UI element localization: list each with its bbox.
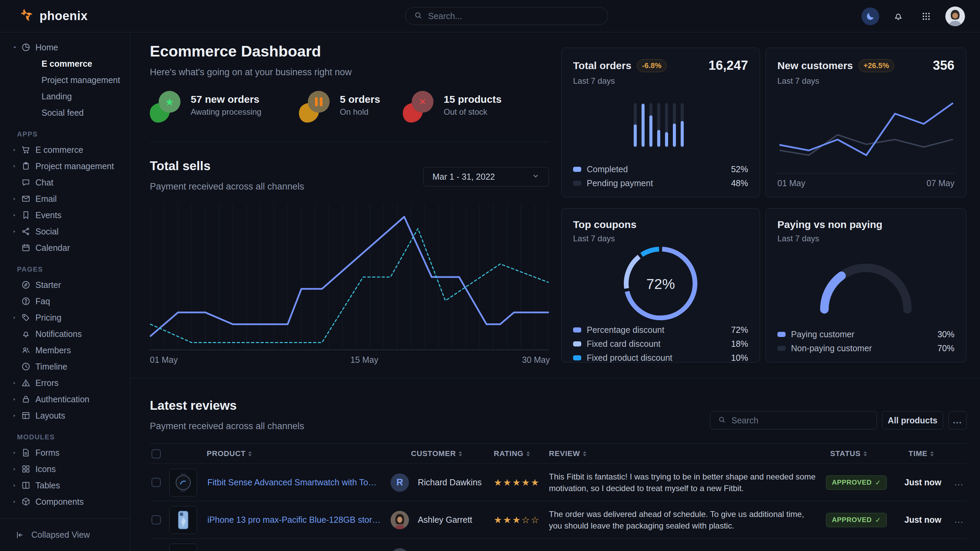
- sidebar-item-project-management[interactable]: Project management: [0, 158, 130, 174]
- sidebar-item-members[interactable]: Members: [0, 342, 130, 358]
- rating-stars: ★★★☆☆: [494, 514, 549, 526]
- star-icon: ★: [150, 91, 182, 123]
- all-products-button[interactable]: All products: [882, 411, 943, 429]
- x-axis-label: 01 May: [150, 355, 178, 365]
- sidebar-subitem-e-commerce[interactable]: E commerce: [0, 56, 130, 72]
- caret-right-icon: [12, 500, 21, 504]
- user-avatar[interactable]: [945, 6, 965, 26]
- product-link[interactable]: Fitbit Sense Advanced Smartwatch with To…: [207, 478, 381, 487]
- sidebar-item-timeline[interactable]: Timeline: [0, 358, 130, 375]
- coupons-donut-chart: 72%: [620, 243, 701, 325]
- column-header-customer[interactable]: CUSTOMER: [391, 449, 494, 458]
- caret-right-icon: [12, 467, 21, 472]
- column-header-rating[interactable]: RATING: [494, 449, 549, 458]
- sidebar-item-layouts[interactable]: Layouts: [0, 407, 130, 424]
- stat-15-products: ✕15 productsOut of stock: [403, 91, 501, 123]
- row-checkbox[interactable]: [151, 515, 161, 524]
- card-period: Last 7 days: [573, 234, 748, 243]
- column-label: TIME: [908, 449, 928, 458]
- sidebar-item-authentication[interactable]: Authentication: [0, 391, 130, 407]
- caret-right-icon: [12, 397, 21, 402]
- row-more-button[interactable]: ...: [948, 515, 966, 525]
- row-checkbox[interactable]: [151, 478, 161, 487]
- app-root: phoenix: [0, 0, 980, 551]
- sidebar-item-label: Icons: [35, 464, 56, 474]
- sidebar-item-pricing[interactable]: Pricing: [0, 310, 130, 326]
- sidebar-subitem-project-management[interactable]: Project management: [0, 72, 130, 88]
- review-time: Just now: [904, 515, 948, 525]
- main-content: Ecommerce Dashboard Here's what's going …: [130, 32, 980, 551]
- sidebar-item-errors[interactable]: Errors: [0, 375, 130, 391]
- reviews-search[interactable]: [710, 411, 877, 429]
- sidebar-item-social[interactable]: Social: [0, 223, 130, 240]
- orders-bar-chart: [632, 102, 690, 149]
- card-title: Paying vs non paying: [777, 219, 882, 230]
- avatar: [391, 548, 409, 551]
- sidebar-item-events[interactable]: Events: [0, 207, 130, 223]
- sidebar-item-notifications[interactable]: Notifications: [0, 326, 130, 342]
- theme-toggle-moon-icon[interactable]: [862, 8, 879, 25]
- sidebar-item-label: Pricing: [35, 313, 61, 322]
- legend-swatch: [573, 181, 581, 186]
- coupons-legend-item: Fixed product discount10%: [573, 353, 748, 363]
- sidebar-item-email[interactable]: Email: [0, 191, 130, 207]
- date-range-select[interactable]: Mar 1 - 31, 2022: [423, 167, 549, 186]
- sidebar-item-label: Members: [35, 345, 71, 355]
- collapsed-view-toggle[interactable]: Collapsed View: [0, 518, 130, 551]
- share-icon: [21, 227, 35, 236]
- customer-name: Richard Dawkins: [418, 478, 482, 487]
- apps-grid-icon[interactable]: [917, 8, 935, 25]
- sidebar-item-tables[interactable]: Tables: [0, 477, 130, 494]
- product-link[interactable]: iPhone 13 pro max-Pacific Blue-128GB sto…: [207, 515, 381, 525]
- search-input[interactable]: [428, 11, 600, 21]
- card-value: 16,247: [709, 58, 748, 73]
- more-options-button[interactable]: ...: [948, 411, 967, 429]
- sidebar-item-label: E commerce: [35, 145, 83, 155]
- sidebar-item-forms[interactable]: Forms: [0, 445, 130, 461]
- brand-logo[interactable]: phoenix: [20, 8, 88, 24]
- sidebar-subitem-social-feed[interactable]: Social feed: [0, 105, 130, 121]
- sidebar-subitem-landing[interactable]: Landing: [0, 88, 130, 105]
- sidebar-item-starter[interactable]: Starter: [0, 277, 130, 293]
- legend-label: Paying customer: [791, 329, 854, 339]
- column-header-review[interactable]: REVIEW: [549, 449, 826, 458]
- column-header-product[interactable]: PRODUCT: [169, 449, 391, 458]
- change-badge: +26.5%: [858, 59, 894, 72]
- coupons-legend-item: Percentage discount72%: [573, 325, 748, 335]
- paying-legend-item: Non-paying customer70%: [777, 343, 955, 353]
- sidebar-item-label: Notifications: [35, 329, 82, 339]
- sidebar-item-label: Social: [35, 227, 59, 237]
- column-header-status[interactable]: STATUS: [826, 449, 904, 458]
- caret-right-icon: [12, 316, 21, 320]
- sidebar-item-faq[interactable]: Faq: [0, 293, 130, 310]
- sidebar-item-components[interactable]: Components: [0, 494, 130, 510]
- paying-legend-item: Paying customer30%: [777, 329, 955, 339]
- column-header-time[interactable]: TIME: [904, 449, 948, 458]
- reviews-search-input[interactable]: [732, 416, 869, 426]
- iconsgrid-icon: [21, 464, 35, 474]
- legend-value: 30%: [937, 329, 955, 339]
- sidebar-item-e-commerce[interactable]: E commerce: [0, 141, 130, 158]
- tag-icon: [21, 313, 35, 322]
- sidebar-item-label: Email: [35, 194, 57, 204]
- lock-icon: [21, 394, 35, 404]
- pause-icon: [299, 91, 331, 123]
- sidebar-item-home[interactable]: Home: [0, 39, 130, 56]
- legend-value: 18%: [731, 339, 748, 349]
- sidebar-item-calendar[interactable]: Calendar: [0, 240, 130, 256]
- header-checkbox-cell: [150, 449, 169, 459]
- column-label: PRODUCT: [207, 449, 245, 458]
- status-badge: APPROVED ✓: [826, 475, 887, 490]
- legend-value: 72%: [731, 325, 748, 335]
- clock-icon: [21, 362, 35, 371]
- global-search[interactable]: [405, 7, 608, 25]
- sidebar-item-label: Chat: [35, 178, 54, 187]
- box-icon: [21, 497, 35, 507]
- review-row-3: [150, 539, 966, 551]
- row-more-button[interactable]: ...: [948, 478, 966, 487]
- orders-legend-item: Pending payment48%: [573, 178, 748, 188]
- sidebar-item-icons[interactable]: Icons: [0, 461, 130, 477]
- sidebar-item-chat[interactable]: Chat: [0, 174, 130, 191]
- notifications-bell-icon[interactable]: [889, 8, 907, 25]
- select-all-checkbox[interactable]: [151, 449, 161, 459]
